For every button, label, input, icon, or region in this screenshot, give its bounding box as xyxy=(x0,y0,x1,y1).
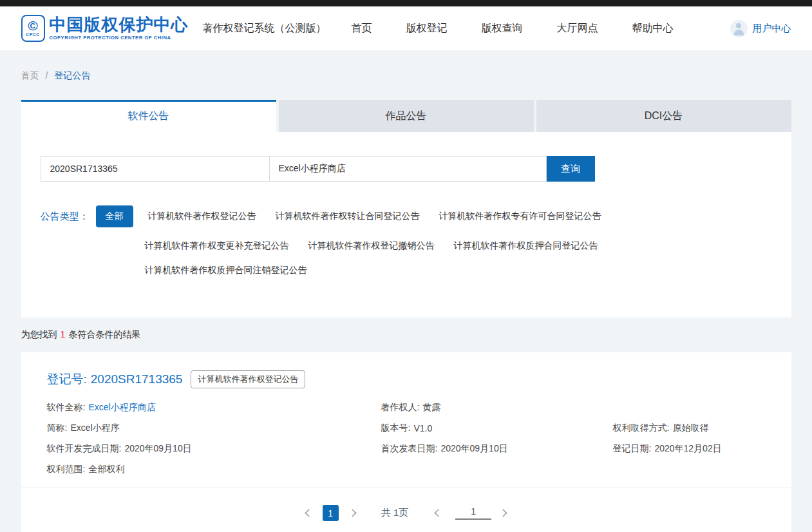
page-jump-input[interactable] xyxy=(455,506,491,520)
field-copyright-owner: 著作权人: 黄露 xyxy=(381,397,613,418)
pagination: 1 共 1页 xyxy=(306,505,507,521)
field-rights-acquisition: 权利取得方式: 原始取得 xyxy=(613,418,766,439)
filter-category-revocation[interactable]: 计算机软件著作权登记撤销公告 xyxy=(308,240,435,252)
nav-item-copyright-register[interactable]: 版权登记 xyxy=(406,22,448,35)
header: © CPCC 中国版权保护中心 COPYRIGHT PROTECTION CEN… xyxy=(0,6,812,50)
user-center[interactable]: 用户中心 xyxy=(730,20,791,37)
record-details: 软件全称: Excel小程序商店 著作权人: 黄露 简称: Excel小程序 版… xyxy=(47,397,766,480)
registration-number-heading: 登记号:2020SR1713365 xyxy=(47,371,183,388)
result-summary: 为您找到1条符合条件的结果 xyxy=(21,329,791,341)
breadcrumb-home[interactable]: 首页 xyxy=(21,70,39,81)
filter-category-exclusive-license[interactable]: 计算机软件著作权专有许可合同登记公告 xyxy=(439,211,601,222)
tab-work-announcement[interactable]: 作品公告 xyxy=(279,100,534,132)
logo-text: 中国版权保护中心 COPYRIGHT PROTECTION CENTER OF … xyxy=(50,16,189,41)
registration-number: 2020SR1713365 xyxy=(91,372,183,386)
tab-dci-announcement[interactable]: DCI公告 xyxy=(536,100,791,132)
pagination-footer: 1 共 1页 xyxy=(21,488,791,532)
chevron-right-icon[interactable] xyxy=(348,509,357,517)
brand: © CPCC 中国版权保护中心 COPYRIGHT PROTECTION CEN… xyxy=(21,15,326,42)
announcement-type-filters: 公告类型： 全部 计算机软件著作权登记公告 计算机软件著作权转让合同登记公告 计… xyxy=(41,205,772,276)
registration-number-input[interactable] xyxy=(41,157,269,181)
field-short-name: 简称: Excel小程序 xyxy=(47,418,381,439)
org-name-cn: 中国版权保护中心 xyxy=(50,16,189,33)
user-center-label: 用户中心 xyxy=(753,23,791,35)
breadcrumb: 首页 / 登记公告 xyxy=(21,50,791,100)
field-first-publish-date: 首次发表日期: 2020年09月10日 xyxy=(381,439,613,459)
filter-row: 计算机软件著作权质押合同注销登记公告 xyxy=(41,265,772,276)
main-nav: 首页 版权登记 版权查询 大厅网点 帮助中心 xyxy=(352,22,674,35)
empty-cell xyxy=(381,459,613,480)
nav-item-home[interactable]: 首页 xyxy=(352,22,372,35)
breadcrumb-current: 登记公告 xyxy=(54,70,90,81)
result-card-header: 登记号:2020SR1713365 计算机软件著作权登记公告 xyxy=(47,370,766,388)
cpcc-logo-icon: © CPCC xyxy=(21,15,45,42)
cpcc-abbr: CPCC xyxy=(26,32,40,37)
filter-category-pledge-contract[interactable]: 计算机软件著作权质押合同登记公告 xyxy=(454,240,598,252)
tab-software-announcement[interactable]: 软件公告 xyxy=(21,100,276,132)
result-summary-suffix: 条符合条件的结果 xyxy=(68,329,140,339)
search-box xyxy=(41,156,547,182)
total-pages-label: 共 1页 xyxy=(381,507,409,519)
search-panel: 查询 公告类型： 全部 计算机软件著作权登记公告 计算机软件著作权转让合同登记公… xyxy=(21,132,791,318)
registration-label: 登记号: xyxy=(47,372,87,386)
org-name-en: COPYRIGHT PROTECTION CENTER OF CHINA xyxy=(50,35,189,41)
filter-row: 计算机软件著作权变更补充登记公告 计算机软件著作权登记撤销公告 计算机软件著作权… xyxy=(41,240,772,252)
filter-row: 公告类型： 全部 计算机软件著作权登记公告 计算机软件著作权转让合同登记公告 计… xyxy=(41,205,772,227)
jump-chevron-right-icon[interactable] xyxy=(499,509,507,517)
result-card: 登记号:2020SR1713365 计算机软件著作权登记公告 软件全称: Exc… xyxy=(21,352,791,532)
field-version: 版本号: V1.0 xyxy=(381,418,613,439)
empty-cell xyxy=(613,397,766,418)
nav-item-help-center[interactable]: 帮助中心 xyxy=(632,22,674,35)
filter-all-button[interactable]: 全部 xyxy=(96,205,133,227)
nav-item-hall-locations[interactable]: 大厅网点 xyxy=(557,22,598,35)
breadcrumb-separator: / xyxy=(45,70,48,81)
software-name-link[interactable]: Excel小程序商店 xyxy=(88,402,155,413)
field-dev-complete-date: 软件开发完成日期: 2020年09月10日 xyxy=(47,439,381,459)
field-registration-date: 登记日期: 2020年12月02日 xyxy=(613,439,766,459)
current-page-button[interactable]: 1 xyxy=(323,505,339,521)
copyright-symbol: © xyxy=(28,19,37,32)
chevron-left-icon[interactable] xyxy=(305,509,313,517)
filter-category-registration[interactable]: 计算机软件著作权登记公告 xyxy=(148,211,256,222)
jump-chevron-left-icon[interactable] xyxy=(434,509,442,517)
filter-category-pledge-cancellation[interactable]: 计算机软件著作权质押合同注销登记公告 xyxy=(145,265,307,276)
filter-category-change-supplement[interactable]: 计算机软件著作权变更补充登记公告 xyxy=(145,240,289,252)
result-count: 1 xyxy=(61,329,66,339)
field-rights-scope: 权利范围: 全部权利 xyxy=(47,459,381,480)
user-avatar-icon xyxy=(730,20,748,37)
empty-cell xyxy=(613,459,766,480)
announcement-type-badge: 计算机软件著作权登记公告 xyxy=(191,370,305,388)
system-title: 著作权登记系统（公测版） xyxy=(203,22,326,35)
top-strip xyxy=(0,0,812,6)
page-content: 首页 / 登记公告 软件公告 作品公告 DCI公告 查询 公告类型： 全部 计算… xyxy=(21,50,791,532)
cpcc-logo[interactable]: © CPCC 中国版权保护中心 COPYRIGHT PROTECTION CEN… xyxy=(21,15,189,42)
field-software-full-name: 软件全称: Excel小程序商店 xyxy=(47,397,381,418)
search-row: 查询 xyxy=(41,156,772,182)
nav-item-copyright-search[interactable]: 版权查询 xyxy=(482,22,523,35)
result-summary-prefix: 为您找到 xyxy=(21,329,57,339)
software-name-input[interactable] xyxy=(270,157,546,181)
filter-label: 公告类型： xyxy=(41,211,89,223)
search-button[interactable]: 查询 xyxy=(547,156,595,182)
filter-category-transfer-contract[interactable]: 计算机软件著作权转让合同登记公告 xyxy=(276,211,420,222)
announcement-tabs: 软件公告 作品公告 DCI公告 xyxy=(21,100,791,132)
